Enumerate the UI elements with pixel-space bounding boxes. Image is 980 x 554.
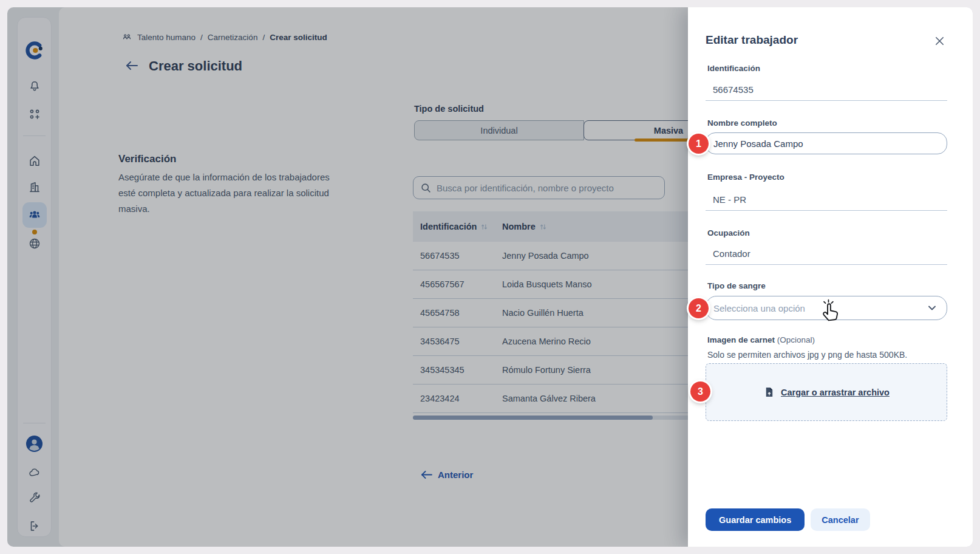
panel-title: Editar trabajador (706, 33, 798, 47)
annotation-badge-1: 1 (689, 134, 709, 154)
full-name-input[interactable] (713, 138, 939, 149)
file-upload-icon (763, 386, 775, 398)
identification-label: Identificación (707, 64, 760, 73)
occupation-value: Contador (706, 243, 947, 265)
full-name-field (706, 132, 947, 154)
upload-link[interactable]: Cargar o arrastrar archivo (781, 388, 890, 397)
company-project-label: Empresa - Proyecto (707, 173, 784, 182)
blood-type-label: Tipo de sangre (707, 281, 766, 290)
app-window: Talento humano / Carnetización / Crear s… (7, 7, 973, 547)
app-root: Talento humano / Carnetización / Crear s… (0, 0, 980, 554)
upload-restrictions-note: Solo se permiten archivos jpg y png de h… (707, 350, 907, 360)
cursor-pointer-icon (817, 298, 844, 327)
annotation-badge-3: 3 (690, 381, 710, 402)
blood-type-placeholder: Selecciona una opción (713, 303, 805, 313)
dim-overlay (7, 7, 688, 547)
company-project-value: NE - PR (706, 189, 947, 211)
identification-value: 56674535 (706, 79, 947, 101)
optional-label: (Opcional) (777, 335, 815, 344)
cancel-button[interactable]: Cancelar (811, 508, 869, 531)
card-image-label: Imagen de carnet (Opcional) (707, 335, 815, 344)
close-panel-button[interactable] (933, 34, 946, 47)
save-changes-button[interactable]: Guardar cambios (706, 508, 805, 531)
chevron-down-icon (927, 303, 937, 313)
file-dropzone[interactable]: Cargar o arrastrar archivo (706, 363, 947, 421)
close-icon (934, 35, 945, 47)
full-name-label: Nombre completo (707, 118, 777, 128)
annotation-badge-2: 2 (689, 298, 709, 318)
panel-actions: Guardar cambios Cancelar (706, 508, 870, 531)
occupation-label: Ocupación (707, 228, 750, 238)
